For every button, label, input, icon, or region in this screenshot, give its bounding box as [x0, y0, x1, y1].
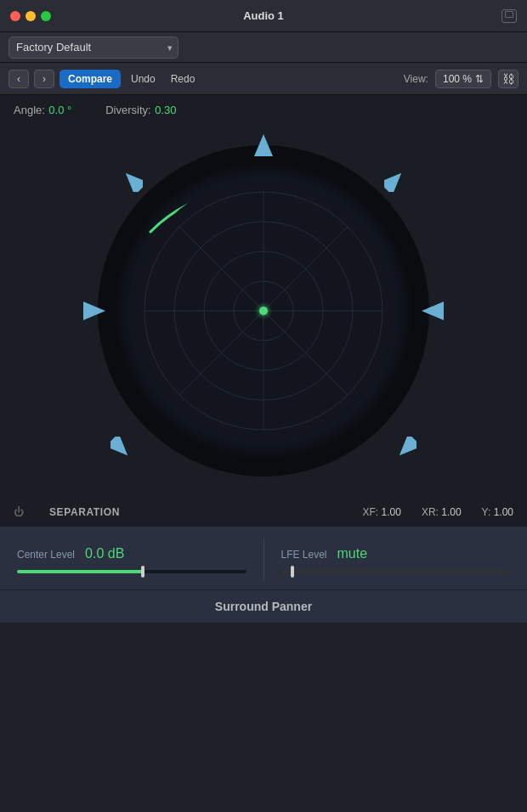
svg-marker-12: [83, 302, 105, 320]
separation-label: SEPARATION: [49, 506, 120, 518]
diversity-param: Diversity: 0.30: [105, 102, 176, 117]
preset-dropdown[interactable]: Factory Default: [8, 37, 178, 59]
lfe-level-group: LFE Level mute: [281, 546, 511, 573]
diversity-value: 0.30: [155, 104, 176, 116]
center-level-value: 0.0 dB: [85, 546, 124, 561]
svg-marker-13: [110, 437, 129, 459]
diversity-label: Diversity:: [105, 104, 150, 116]
center-level-group: Center Level 0.0 dB: [17, 546, 246, 573]
angle-param: Angle: 0.0 °: [14, 102, 71, 117]
footer-title: Surround Panner: [215, 600, 312, 613]
footer: Surround Panner: [0, 589, 527, 623]
speaker-left[interactable]: [82, 299, 106, 323]
level-row: Center Level 0.0 dB LFE Level mute: [17, 539, 510, 581]
lfe-level-value: mute: [337, 546, 368, 561]
window-action-button[interactable]: [502, 9, 517, 23]
svg-marker-14: [398, 437, 416, 459]
lfe-level-header: LFE Level mute: [281, 546, 511, 561]
plugin-area: Angle: 0.0 ° Diversity: 0.30: [0, 95, 527, 527]
compare-button[interactable]: Compare: [60, 70, 121, 88]
traffic-lights: [10, 11, 51, 21]
panner-inner: [132, 179, 395, 443]
speaker-right[interactable]: [421, 299, 445, 323]
lfe-level-thumb[interactable]: [291, 566, 294, 578]
y-label: Y: 1.00: [482, 506, 513, 518]
toolbar-right: View: 100 % ⇅ ⛓: [404, 70, 518, 88]
separation-values: XF: 1.00 XR: 1.00 Y: 1.00: [363, 506, 513, 518]
maximize-button[interactable]: [41, 11, 51, 21]
separation-power-icon[interactable]: ⏻: [14, 506, 24, 518]
speaker-top-left[interactable]: [122, 169, 145, 193]
center-level-label: Center Level: [17, 549, 75, 561]
center-level-thumb[interactable]: [141, 566, 144, 578]
angle-value: 0.0 °: [48, 104, 71, 116]
center-dot: [259, 307, 268, 315]
toolbar: ‹ › Compare Undo Redo View: 100 % ⇅ ⛓: [0, 63, 527, 95]
view-percent-control[interactable]: 100 % ⇅: [435, 70, 491, 88]
panner-wheel[interactable]: [98, 145, 429, 476]
window-title: Audio 1: [243, 9, 284, 22]
close-button[interactable]: [10, 11, 20, 21]
view-label: View:: [404, 73, 428, 85]
preset-bar: Factory Default: [0, 32, 527, 63]
speaker-bottom-left[interactable]: [108, 436, 132, 460]
svg-marker-11: [422, 302, 444, 320]
bottom-panel: Center Level 0.0 dB LFE Level mute: [0, 527, 527, 589]
view-percent-arrows: ⇅: [475, 73, 484, 85]
speaker-top-center[interactable]: [252, 133, 275, 157]
angle-label: Angle:: [14, 104, 45, 116]
speaker-top-right[interactable]: [382, 169, 405, 193]
center-level-fill: [17, 570, 143, 573]
preset-dropdown-wrap[interactable]: Factory Default: [8, 37, 178, 59]
separation-row: ⏻ SEPARATION XF: 1.00 XR: 1.00 Y: 1.00: [0, 498, 527, 527]
link-icon: ⛓: [502, 72, 514, 86]
title-bar: Audio 1: [0, 0, 527, 32]
center-level-slider[interactable]: [17, 570, 246, 573]
svg-marker-9: [384, 170, 403, 192]
svg-marker-10: [124, 170, 143, 192]
speaker-bottom-right[interactable]: [395, 436, 419, 460]
svg-marker-8: [254, 134, 273, 156]
center-level-header: Center Level 0.0 dB: [17, 546, 246, 561]
view-percent-value: 100 %: [443, 73, 472, 85]
undo-button[interactable]: Undo: [126, 70, 161, 87]
lfe-level-label: LFE Level: [281, 549, 327, 561]
panel-divider: [264, 539, 264, 581]
link-button[interactable]: ⛓: [498, 70, 518, 88]
xr-label: XR: 1.00: [422, 506, 462, 518]
lfe-level-slider[interactable]: [281, 570, 511, 573]
minimize-button[interactable]: [26, 11, 36, 21]
lfe-level-fill: [281, 570, 511, 573]
panner-container[interactable]: [0, 124, 527, 498]
xf-label: XF: 1.00: [363, 506, 401, 518]
next-button[interactable]: ›: [34, 70, 54, 88]
redo-button[interactable]: Redo: [166, 70, 201, 87]
params-row: Angle: 0.0 ° Diversity: 0.30: [0, 95, 527, 124]
prev-button[interactable]: ‹: [8, 70, 29, 88]
